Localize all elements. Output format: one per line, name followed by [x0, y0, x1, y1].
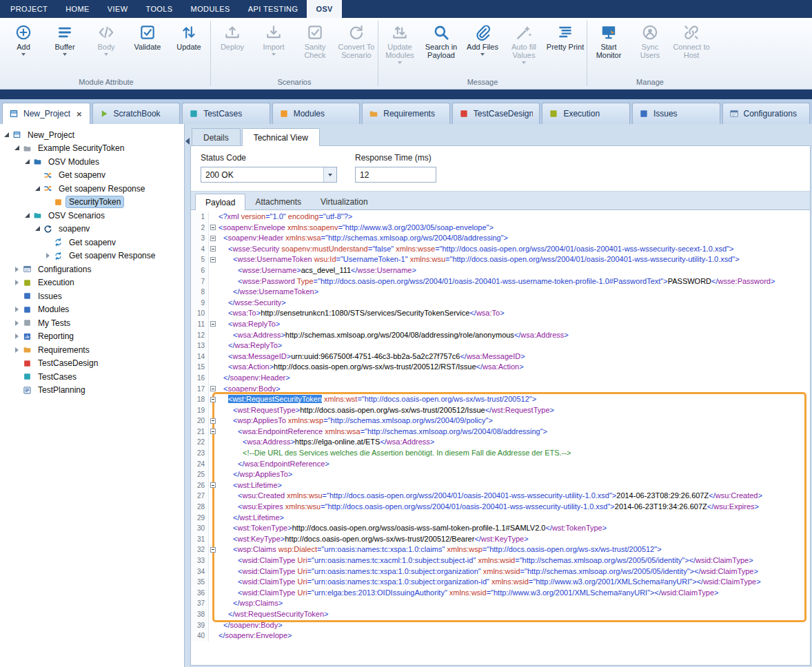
code-line-29[interactable]: 29</wst:Lifetime> [191, 513, 810, 524]
tree-item-label[interactable]: Configurations [35, 264, 94, 275]
tree-item-label[interactable]: OSV Scenarios [45, 210, 108, 221]
tree-item-label[interactable]: Example SecurityToken [35, 143, 127, 154]
add-button[interactable]: Add [3, 21, 44, 58]
tree-item-label[interactable]: My Tests [35, 318, 73, 329]
tab-virtualization[interactable]: Virtualization [311, 194, 377, 209]
collapsed-arrow-icon[interactable] [13, 319, 21, 327]
code-line-40[interactable]: 40</soapenv:Envelope> [191, 630, 810, 642]
fold-marker-icon[interactable] [210, 225, 216, 230]
code-line-31[interactable]: 31<wst:KeyType>http://docs.oasis-open.or… [191, 534, 810, 545]
tree-item-requirements[interactable]: Requirements [0, 343, 184, 357]
fold-marker-icon[interactable] [210, 547, 216, 553]
code-line-25[interactable]: 25</wsp:AppliesTo> [191, 469, 810, 480]
code-line-36[interactable]: 36<wsid:ClaimType Uri="urn:elga:bes:2013… [191, 588, 810, 599]
expanded-arrow-icon[interactable] [34, 185, 42, 193]
code-line-15[interactable]: 15<wsa:Action>http://docs.oasis-open.org… [191, 362, 810, 373]
code-line-20[interactable]: 20<wsp:AppliesTo xmlns:wsp="http://schem… [191, 415, 810, 427]
code-text[interactable]: <wsa:MessageID>urn:uuid:9667500f-4751-46… [219, 351, 525, 362]
expanded-arrow-icon[interactable] [3, 131, 11, 139]
status-code-select[interactable]: 200 OK [201, 167, 337, 183]
tree-item-label[interactable]: Get soapenv [56, 170, 108, 181]
code-line-12[interactable]: 12<wsa:Address>http://schemas.xmlsoap.or… [191, 330, 810, 341]
payload-editor[interactable]: 1<?xml version="1.0" encoding="utf-8"?>2… [191, 210, 810, 665]
tree-item-label[interactable]: Get soapenv Response [56, 183, 148, 194]
tree-item-testcases[interactable]: TestCases [0, 370, 184, 384]
code-text[interactable]: </wsse:UsernameToken> [219, 287, 318, 298]
code-line-9[interactable]: 9</wsse:Security> [191, 298, 810, 309]
code-text[interactable]: </soapenv:Header> [219, 373, 290, 384]
collapsed-arrow-icon[interactable] [13, 265, 21, 274]
search-in-payload-button[interactable]: Search in Payload [420, 21, 462, 61]
code-text[interactable]: <wsp:AppliesTo xmlns:wsp="http://schemas… [219, 415, 493, 427]
tree-item-label[interactable]: SecurityToken [66, 196, 123, 207]
code-line-14[interactable]: 14<wsa:MessageID>urn:uuid:9667500f-4751-… [191, 351, 810, 362]
code-text[interactable]: <wst:TokenType>http://docs.oasis-open.or… [219, 523, 607, 534]
expanded-arrow-icon[interactable] [34, 225, 42, 233]
pretty-print-button[interactable]: Pretty Print [545, 21, 586, 53]
tree-item-label[interactable]: Modules [35, 304, 72, 315]
code-text[interactable]: <soapenv:Envelope xmlns:soapenv="http://… [219, 223, 494, 234]
code-line-1[interactable]: 1<?xml version="1.0" encoding="utf-8"?> [191, 212, 810, 223]
tree-item-label[interactable]: TestPlanning [35, 384, 88, 396]
tree-item-example-securitytoken[interactable]: Example SecurityToken [0, 142, 184, 156]
code-line-4[interactable]: 4<wsse:Security soapenv:mustUnderstand="… [191, 244, 810, 255]
expanded-arrow-icon[interactable] [23, 212, 32, 220]
fold-marker-icon[interactable] [210, 246, 216, 252]
code-line-35[interactable]: 35<wsid:ClaimType Uri="urn:oasis:names:t… [191, 577, 810, 588]
expanded-arrow-icon[interactable] [13, 144, 21, 152]
code-text[interactable]: </wsa:ReplyTo> [219, 340, 282, 351]
tree-item-modules[interactable]: Modules [0, 303, 184, 317]
tree-item-configurations[interactable]: Configurations [0, 263, 184, 276]
tree-item-get-soapenv-response[interactable]: Get soapenv Response [0, 182, 184, 196]
code-text[interactable]: <soapenv:Header xmlns:wsa="http://schema… [219, 233, 508, 244]
code-text[interactable]: <soapenv:Body> [219, 384, 281, 395]
code-text[interactable]: <wsse:UsernameToken wsu:Id="UsernameToke… [219, 254, 740, 265]
tree-item-label[interactable]: Execution [35, 277, 77, 288]
code-text[interactable]: </soapenv:Envelope> [219, 630, 292, 642]
tree-item-label[interactable]: OSV Modules [45, 156, 102, 167]
code-text[interactable]: <!--Die URL des Services welches die Ass… [219, 448, 571, 459]
tab-technical-view[interactable]: Technical View [242, 128, 320, 146]
code-text[interactable]: <wsp:Claims wsp:Dialect="urn:oasis:names… [219, 544, 662, 555]
code-line-37[interactable]: 37</wsp:Claims> [191, 598, 810, 609]
tree-item-osv-scenarios[interactable]: OSV Scenarios [0, 209, 184, 223]
document-tab-scratchbook[interactable]: ScratchBook [92, 103, 181, 124]
tree-item-reporting[interactable]: Reporting [0, 330, 184, 344]
code-text[interactable]: <wsse:Security soapenv:mustUnderstand="f… [219, 244, 734, 255]
tree-item-securitytoken[interactable]: SecurityToken [0, 196, 184, 209]
tree-item-label[interactable]: TestCaseDesign [35, 358, 101, 369]
tab-details[interactable]: Details [192, 128, 241, 146]
fold-marker-icon[interactable] [210, 429, 216, 434]
ribbon-tab-tools[interactable]: TOOLS [136, 0, 181, 18]
code-line-23[interactable]: 23<!--Die URL des Services welches die A… [191, 448, 810, 459]
code-text[interactable]: <wst:KeyType>http://docs.oasis-open.org/… [219, 534, 529, 545]
ribbon-tab-api-testing[interactable]: API TESTING [239, 0, 307, 18]
tree-item-testcasedesign[interactable]: TestCaseDesign [0, 357, 184, 371]
code-line-13[interactable]: 13</wsa:ReplyTo> [191, 340, 810, 351]
code-line-21[interactable]: 21<wsa:EndpointReference xmlns:wsa="http… [191, 427, 810, 438]
code-line-11[interactable]: 11<wsa:ReplyTo> [191, 319, 810, 330]
collapsed-arrow-icon[interactable] [13, 346, 21, 354]
document-tab-testcasedesign[interactable]: TestCaseDesign [452, 103, 540, 124]
code-line-2[interactable]: 2<soapenv:Envelope xmlns:soapenv="http:/… [191, 223, 810, 234]
document-tab-testcases[interactable]: TestCases [182, 103, 270, 124]
tree-item-label[interactable]: Requirements [35, 345, 92, 356]
code-line-30[interactable]: 30<wst:TokenType>http://docs.oasis-open.… [191, 523, 810, 534]
tree-item-new-project[interactable]: New_Project [0, 128, 184, 142]
tree-item-label[interactable]: New_Project [25, 130, 77, 141]
ribbon-tab-home[interactable]: HOME [57, 0, 99, 18]
tree-item-issues[interactable]: Issues [0, 289, 184, 303]
code-text[interactable]: <wsa:To>http://sensetrunkcn1:1080/STS/se… [219, 308, 505, 319]
code-text[interactable]: <wst:RequestSecurityToken xmlns:wst="htt… [219, 394, 536, 405]
code-line-24[interactable]: 24</wsa:EndpointReference> [191, 459, 810, 470]
response-time-input[interactable] [355, 167, 436, 183]
code-line-8[interactable]: 8</wsse:UsernameToken> [191, 287, 810, 298]
code-line-32[interactable]: 32<wsp:Claims wsp:Dialect="urn:oasis:nam… [191, 544, 810, 555]
tree-item-my-tests[interactable]: My Tests [0, 316, 184, 330]
fold-marker-icon[interactable] [210, 397, 216, 402]
fold-marker-icon[interactable] [210, 257, 216, 263]
chevron-down-icon[interactable] [323, 167, 336, 182]
code-line-33[interactable]: 33<wsid:ClaimType Uri="urn:oasis:names:t… [191, 555, 810, 566]
fold-marker-icon[interactable] [210, 482, 216, 488]
code-line-22[interactable]: 22<wsa:Address>https://elga-online.at/ET… [191, 437, 810, 448]
